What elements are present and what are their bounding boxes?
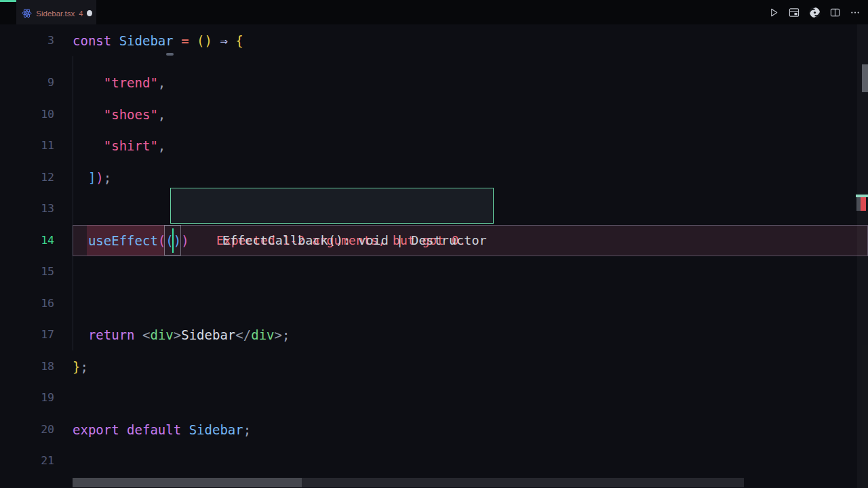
text-cursor	[172, 228, 174, 253]
horizontal-scrollbar-thumb[interactable]	[73, 478, 302, 487]
horizontal-scrollbar-track[interactable]	[73, 478, 744, 487]
tab-bar: Sidebar.tsx 4	[0, 0, 868, 24]
line-number-18[interactable]: 18	[0, 351, 54, 383]
tab-sidebar-tsx[interactable]: Sidebar.tsx 4	[16, 0, 96, 24]
line-number-14[interactable]: 14	[0, 225, 54, 257]
line-number-20[interactable]: 20	[0, 414, 54, 446]
line-number-11[interactable]: 11	[0, 130, 54, 162]
code-line-3[interactable]: const Sidebar = () ⇒ {	[73, 25, 868, 57]
tab-filename: Sidebar.tsx	[36, 9, 75, 18]
line-number-16[interactable]: 16	[0, 288, 54, 320]
play-icon[interactable]	[768, 6, 780, 18]
vscode-window: Sidebar.tsx 4	[0, 0, 868, 488]
code-line-19[interactable]	[73, 382, 868, 414]
code-line-10[interactable]: "shoes",	[73, 99, 868, 131]
react-icon	[22, 7, 32, 20]
overview-ruler-cursor-marker	[856, 195, 868, 197]
code-line-18[interactable]: };	[73, 351, 868, 383]
line-number-10[interactable]: 10	[0, 99, 54, 131]
line-number-19[interactable]: 19	[0, 382, 54, 414]
vertical-scrollbar-thumb[interactable]	[862, 64, 868, 92]
line-number-9[interactable]: 9	[0, 67, 54, 99]
ellipsis-icon[interactable]	[849, 6, 861, 18]
vertical-scrollbar-track[interactable]	[857, 24, 868, 488]
code-line-9[interactable]: "trend",	[73, 67, 868, 99]
code-line-11[interactable]: "shirt",	[73, 130, 868, 162]
split-editor-icon[interactable]	[829, 6, 841, 18]
code-editor[interactable]: 39101112131415161718192021 const Sidebar…	[0, 24, 868, 488]
tab-problems-badge: 4	[79, 9, 83, 18]
spiral-icon[interactable]	[808, 6, 821, 18]
editor-toolbar	[768, 0, 861, 24]
line-number-17[interactable]: 17	[0, 319, 54, 351]
unsaved-changes-dot[interactable]	[87, 10, 92, 16]
code-line-20[interactable]: export default Sidebar;	[73, 414, 868, 446]
line-number-15[interactable]: 15	[0, 256, 54, 288]
signature-help-tooltip: EffectCallback(): void | Destructor	[170, 188, 494, 224]
preview-layout-icon[interactable]	[788, 6, 800, 18]
line-number-21[interactable]: 21	[0, 445, 54, 477]
signature-help-text: EffectCallback(): void | Destructor	[222, 233, 487, 247]
line-number-3[interactable]: 3	[0, 25, 54, 57]
code-line-21[interactable]	[73, 445, 868, 477]
line-number-12[interactable]: 12	[0, 162, 54, 194]
line-number-13[interactable]: 13	[0, 193, 54, 225]
code-line-17[interactable]: return <div>Sidebar</div>;	[73, 319, 868, 351]
overview-ruler-error-marker	[861, 197, 866, 211]
code-line-16[interactable]	[73, 288, 868, 320]
